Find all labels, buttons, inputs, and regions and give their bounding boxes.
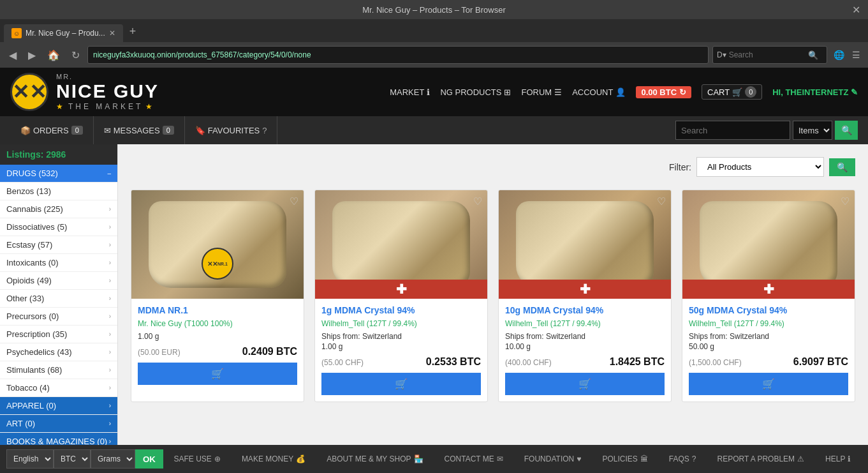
faqs-link[interactable]: FAQS ?	[669, 454, 696, 463]
favourites-icon: 🔖	[195, 126, 205, 135]
sidebar-item-opioids[interactable]: Opioids (49) ›	[0, 272, 117, 290]
product-shipping-2: Ships from: Switzerland	[321, 332, 481, 341]
product-red-bar-2: ✚	[315, 280, 487, 299]
btc-badge[interactable]: 0.00 BTC ↻	[636, 86, 691, 98]
sidebar-item-prescription[interactable]: Prescription (35) ›	[0, 326, 117, 343]
product-seller-3[interactable]: Wilhelm_Tell (127T / 99.4%)	[505, 319, 665, 328]
sidebar-item-drugs[interactable]: DRUGS (532) –	[0, 165, 117, 183]
sidebar-item-psychedelics[interactable]: Psychedelics (43) ›	[0, 343, 117, 361]
browser-close-button[interactable]: ✕	[852, 4, 860, 16]
product-cart-button-2[interactable]: 🛒	[321, 373, 481, 395]
policies-link[interactable]: POLICIES 🏛	[602, 454, 647, 463]
make-money-icon: 💰	[296, 454, 305, 463]
favourites-nav-item[interactable]: 🔖 FAVOURITES ?	[185, 116, 278, 144]
product-image-3: ✚ ♡	[499, 190, 671, 299]
sidebar-item-precursors[interactable]: Precursors (0) ›	[0, 308, 117, 326]
sub-nav: 📦 ORDERS 0 ✉ MESSAGES 0 🔖 FAVOURITES ? I…	[0, 116, 868, 144]
refresh-button[interactable]: ↻	[68, 47, 84, 64]
product-btc-3: 1.8425 BTC	[610, 356, 665, 368]
product-cart-button-1[interactable]: 🛒	[138, 363, 297, 385]
product-image-4: ✚ ♡	[682, 190, 855, 299]
url-bar[interactable]: niceguyfa3xkuuoq.onion/products_675867/c…	[87, 46, 709, 64]
tab-close-button[interactable]: ✕	[109, 29, 115, 38]
sidebar-item-art[interactable]: ART (0) ›	[0, 415, 117, 433]
unit-select[interactable]: Grams	[91, 449, 135, 469]
product-cart-button-4[interactable]: 🛒	[689, 373, 848, 395]
sidebar-listings: Listings: 2986	[0, 144, 117, 165]
product-seller-4[interactable]: Wilhelm_Tell (127T / 99.4%)	[689, 319, 848, 328]
about-me-link[interactable]: ABOUT ME & MY SHOP 🏪	[327, 454, 423, 463]
browser-search-icon[interactable]: 🔍	[808, 50, 818, 60]
product-price-1: (50.00 EUR) 0.2409 BTC	[138, 346, 297, 357]
product-seller-2[interactable]: Wilhelm_Tell (127T / 99.4%)	[321, 319, 481, 328]
sidebar-item-ecstasy[interactable]: Ecstasy (57) ›	[0, 236, 117, 254]
report-problem-link[interactable]: REPORT A PROBLEM ⚠	[717, 454, 804, 463]
make-money-link[interactable]: MAKE MONEY 💰	[242, 454, 305, 463]
product-wishlist-icon-2[interactable]: ♡	[473, 195, 482, 207]
favourites-help-icon[interactable]: ?	[262, 126, 267, 135]
browser-search-input[interactable]	[729, 50, 805, 59]
product-weight-3: 10.00 g	[505, 342, 665, 351]
help-icon: ℹ	[848, 454, 851, 463]
forum-nav-item[interactable]: FORUM ☰	[521, 87, 562, 97]
btc-refresh-icon[interactable]: ↻	[679, 87, 686, 97]
foundation-link[interactable]: FOUNDATION ♥	[524, 454, 582, 463]
sidebar-intoxicants-label: Intoxicants (0)	[6, 258, 59, 267]
product-title-3[interactable]: 10g MDMA Crystal 94%	[505, 305, 665, 315]
product-red-bar-3: ✚	[499, 280, 671, 299]
sidebar-item-benzos[interactable]: Benzos (13)	[0, 183, 117, 200]
contact-me-link[interactable]: CONTACT ME ✉	[445, 454, 503, 463]
product-title-4[interactable]: 50g MDMA Crystal 94%	[689, 305, 848, 315]
product-body-2: 1g MDMA Crystal 94% Wilhelm_Tell (127T /…	[315, 299, 487, 402]
forward-button[interactable]: ▶	[24, 47, 40, 64]
search-type-select[interactable]: Items	[793, 121, 832, 140]
filter-search-button[interactable]: 🔍	[829, 158, 855, 176]
sidebar-tobacco-label: Tobacco (4)	[6, 383, 50, 393]
market-icon: ℹ	[427, 87, 430, 97]
policies-label: POLICIES	[602, 454, 637, 463]
orders-nav-item[interactable]: 📦 ORDERS 0	[10, 116, 94, 144]
sidebar-item-cannabis[interactable]: Cannabis (225) ›	[0, 200, 117, 218]
sidebar-apparel-label: APPAREL (0)	[6, 401, 56, 410]
forum-icon: ☰	[554, 87, 562, 97]
messages-nav-item[interactable]: ✉ MESSAGES 0	[94, 116, 185, 144]
url-text: niceguyfa3xkuuoq.onion/products_675867/c…	[93, 50, 311, 59]
product-wishlist-icon-3[interactable]: ♡	[657, 195, 666, 207]
language-select[interactable]: English	[6, 449, 54, 469]
account-nav-item[interactable]: ACCOUNT 👤	[572, 87, 626, 97]
sidebar-item-tobacco[interactable]: Tobacco (4) ›	[0, 379, 117, 397]
sidebar-item-stimulants[interactable]: Stimulants (68) ›	[0, 361, 117, 379]
sidebar-item-apparel[interactable]: APPAREL (0) ›	[0, 397, 117, 415]
product-title-1[interactable]: MDMA NR.1	[138, 305, 297, 315]
home-button[interactable]: 🏠	[43, 47, 64, 64]
product-title-2[interactable]: 1g MDMA Crystal 94%	[321, 305, 481, 315]
tor-icon[interactable]: 🌐	[831, 49, 847, 61]
new-tab-button[interactable]: +	[123, 21, 143, 42]
menu-button[interactable]: ☰	[850, 49, 863, 61]
ng-products-nav-item[interactable]: NG PRODUCTS ⊞	[440, 87, 511, 97]
market-nav-item[interactable]: MARKET ℹ	[390, 87, 430, 97]
product-wishlist-icon-4[interactable]: ♡	[841, 195, 850, 207]
search-input[interactable]	[675, 121, 790, 140]
product-weight-1: 1.00 g	[138, 332, 297, 341]
product-seller-1[interactable]: Mr. Nice Guy (T1000 100%)	[138, 319, 297, 328]
product-wishlist-icon-1[interactable]: ♡	[290, 195, 298, 207]
filter-label: Filter:	[669, 162, 691, 172]
sidebar-item-dissociatives[interactable]: Dissociatives (5) ›	[0, 218, 117, 236]
ok-button[interactable]: OK	[135, 449, 163, 469]
logo-face: ✕✕	[10, 73, 48, 111]
help-link[interactable]: HELP ℹ	[825, 454, 851, 463]
sidebar: Listings: 2986 DRUGS (532) – Benzos (13)…	[0, 144, 118, 473]
currency-select[interactable]: BTC	[54, 449, 91, 469]
sidebar-item-intoxicants[interactable]: Intoxicants (0) ›	[0, 254, 117, 272]
safe-use-link[interactable]: SAFE USE ⊕	[174, 454, 221, 463]
filter-select[interactable]: All Products	[696, 157, 824, 177]
cart-badge[interactable]: CART 🛒 0	[702, 84, 762, 100]
back-button[interactable]: ◀	[5, 47, 20, 64]
product-image-1: ✕✕NR.1 ♡	[131, 190, 304, 299]
browser-tab-active[interactable]: ☺ Mr. Nice Guy – Produ... ✕	[4, 24, 123, 42]
product-cart-button-3[interactable]: 🛒	[505, 373, 665, 395]
search-button[interactable]: 🔍	[835, 121, 858, 140]
sidebar-opioids-arrow: ›	[109, 277, 111, 284]
sidebar-item-other[interactable]: Other (33) ›	[0, 290, 117, 308]
